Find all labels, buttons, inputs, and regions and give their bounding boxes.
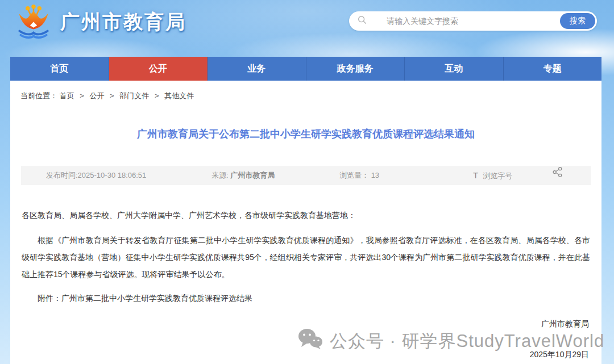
breadcrumb-separator: > xyxy=(80,91,84,100)
main-nav: 首页 公开 业务 政务服务 互动 专题 xyxy=(10,57,601,81)
source-label: 来源: xyxy=(211,171,230,179)
education-bureau-logo-icon xyxy=(15,3,52,41)
view-count-value: 13 xyxy=(371,171,379,179)
share-nodes-icon xyxy=(552,171,563,179)
nav-item-business[interactable]: 业务 xyxy=(208,57,306,81)
page: 广州市教育局 搜索 首页 公开 业务 政务服务 互动 专题 当前位置： 首页 >… xyxy=(0,0,614,364)
view-count-label: 浏览量： xyxy=(339,171,371,179)
source: 来源: 广州市教育局 xyxy=(211,166,275,185)
article-body: 各区教育局、局属各学校、广州大学附属中学、广州艺术学校，各市级研学实践教育基地营… xyxy=(10,207,601,307)
breadcrumb-item-home[interactable]: 首页 xyxy=(60,91,74,100)
breadcrumb-item-other-files[interactable]: 其他文件 xyxy=(164,91,194,100)
nav-item-gov-services[interactable]: 政务服务 xyxy=(306,57,405,81)
document-date: 2025年10月29日 xyxy=(10,350,601,360)
breadcrumb: 当前位置： 首页 > 公开 > 部门文件 > 其他文件 xyxy=(10,81,601,101)
site-title: 广州市教育局 xyxy=(60,9,186,35)
nav-item-public[interactable]: 公开 xyxy=(109,57,208,81)
content-panel: 当前位置： 首页 > 公开 > 部门文件 > 其他文件 广州市教育局关于公布第二… xyxy=(10,81,601,364)
view-count: 浏览量： 13 xyxy=(339,166,379,185)
breadcrumb-item-dept-files[interactable]: 部门文件 xyxy=(119,91,149,100)
search-icon xyxy=(357,15,367,27)
font-size-icon: T xyxy=(473,170,478,180)
site-logo-link[interactable]: 广州市教育局 xyxy=(15,3,186,41)
font-size-control[interactable]: T浏览字号 xyxy=(473,166,512,185)
article-title: 广州市教育局关于公布第二批中小学生研学实践教育优质课程评选结果通知 xyxy=(10,127,601,141)
font-size-label: 浏览字号 xyxy=(483,171,512,180)
site-header: 广州市教育局 搜索 xyxy=(10,0,601,57)
breadcrumb-separator: > xyxy=(110,91,114,100)
share-button[interactable] xyxy=(552,166,563,185)
nav-item-home[interactable]: 首页 xyxy=(10,57,109,81)
search-input[interactable] xyxy=(367,16,560,26)
source-value: 广州市教育局 xyxy=(230,171,275,179)
breadcrumb-separator: > xyxy=(155,91,159,100)
search-bar: 搜索 xyxy=(349,11,597,31)
breadcrumb-label: 当前位置： xyxy=(20,91,57,100)
search-button[interactable]: 搜索 xyxy=(560,13,595,29)
nav-item-topics[interactable]: 专题 xyxy=(504,57,602,81)
publish-time: 发布时间:2025-10-30 18:06:51 xyxy=(46,166,146,185)
breadcrumb-item-public[interactable]: 公开 xyxy=(89,91,104,100)
nav-item-interaction[interactable]: 互动 xyxy=(405,57,504,81)
article-meta-bar: 发布时间:2025-10-30 18:06:51 来源: 广州市教育局 浏览量：… xyxy=(21,166,591,185)
signature: 广州市教育局 xyxy=(10,319,601,329)
attachment-link[interactable]: 附件：广州市第二批中小学生研学实践教育优质课程评选结果 xyxy=(22,290,590,307)
body-paragraph: 根据《广州市教育局关于转发省教育厅征集第二批中小学生研学实践教育优质课程的通知》… xyxy=(22,232,590,283)
salutation-paragraph: 各区教育局、局属各学校、广州大学附属中学、广州艺术学校，各市级研学实践教育基地营… xyxy=(22,207,590,224)
